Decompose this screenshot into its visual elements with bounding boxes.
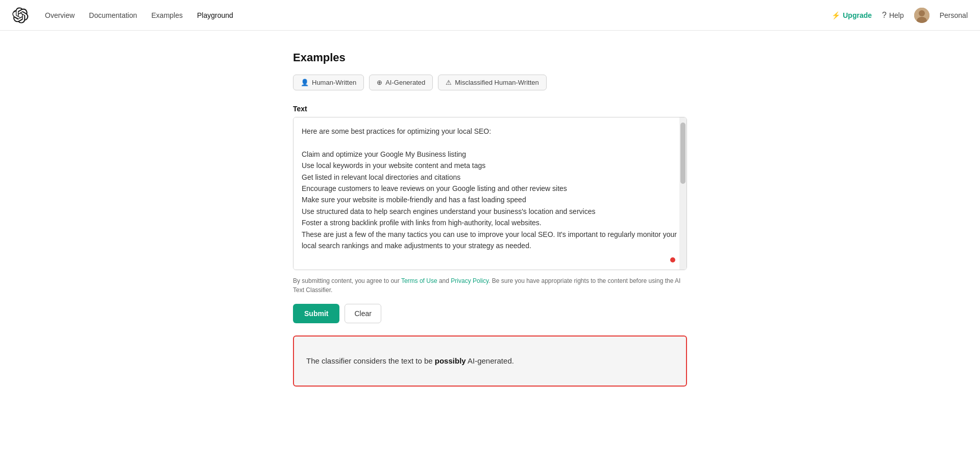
nav-documentation[interactable]: Documentation [89,11,137,19]
upgrade-label: Upgrade [843,11,872,19]
action-buttons: Submit Clear [293,304,687,323]
upgrade-button[interactable]: ⚡ Upgrade [831,11,872,19]
tab-misclassified[interactable]: ⚠ Misclassified Human-Written [438,75,546,90]
scrollbar-track [679,117,687,270]
text-input[interactable]: Here are some best practices for optimiz… [293,117,687,270]
privacy-link[interactable]: Privacy Policy [451,277,488,284]
disclaimer-text: By submitting content, you agree to our … [293,276,687,295]
help-circle-icon: ? [882,11,887,20]
svg-point-1 [919,10,925,16]
clear-button[interactable]: Clear [345,304,381,323]
result-text: The classifier considers the text to be … [306,355,514,367]
tab-ai-generated-label: AI-Generated [385,79,425,86]
person-icon: 👤 [301,79,309,86]
ai-icon: ⊕ [377,79,382,86]
result-emphasis: possibly [435,356,466,365]
avatar[interactable] [914,8,929,23]
tab-human-written-label: Human-Written [312,79,356,86]
bolt-icon: ⚡ [831,11,840,19]
text-area-wrapper: Here are some best practices for optimiz… [293,117,687,270]
disclaimer-prefix: By submitting content, you agree to our [293,277,401,284]
example-tabs: 👤 Human-Written ⊕ AI-Generated ⚠ Misclas… [293,75,687,90]
nav-playground[interactable]: Playground [197,11,233,19]
openai-logo[interactable] [12,7,29,23]
main-content: Examples 👤 Human-Written ⊕ AI-Generated … [281,31,699,417]
scrollbar-thumb[interactable] [680,123,685,184]
warning-icon: ⚠ [446,79,452,86]
help-button[interactable]: ? Help [882,11,904,20]
terms-link[interactable]: Terms of Use [401,277,437,284]
tab-ai-generated[interactable]: ⊕ AI-Generated [369,75,433,90]
disclaimer-and: and [437,277,451,284]
red-dot-indicator [670,257,675,262]
navbar-links: Overview Documentation Examples Playgrou… [45,11,831,19]
personal-label[interactable]: Personal [940,11,968,19]
nav-overview[interactable]: Overview [45,11,75,19]
tab-human-written[interactable]: 👤 Human-Written [293,75,364,90]
help-label: Help [889,11,904,19]
result-box: The classifier considers the text to be … [293,335,687,387]
text-field-label: Text [293,105,687,113]
navbar-right: ⚡ Upgrade ? Help Personal [831,8,968,23]
section-title: Examples [293,51,687,64]
submit-button[interactable]: Submit [293,304,339,323]
navbar: Overview Documentation Examples Playgrou… [0,0,980,31]
result-suffix: AI-generated. [466,356,514,365]
nav-examples[interactable]: Examples [152,11,183,19]
tab-misclassified-label: Misclassified Human-Written [455,79,538,86]
result-prefix: The classifier considers the text to be [306,356,435,365]
